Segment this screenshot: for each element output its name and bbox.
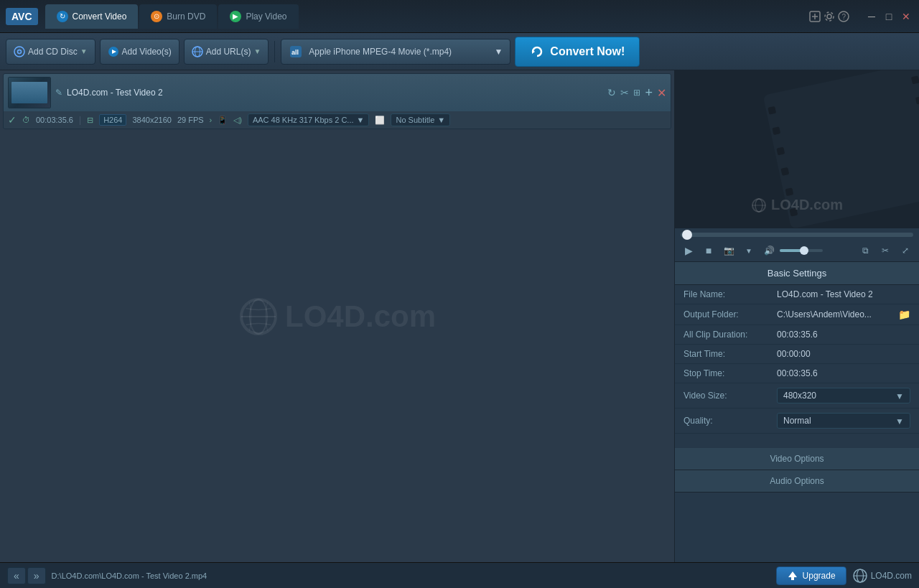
lo4d-branding: LO4D.com (852, 568, 912, 584)
check-icon[interactable]: ✓ (8, 114, 17, 126)
toolbar-separator-1 (274, 41, 275, 62)
minimize-button[interactable]: ─ (864, 9, 879, 24)
subtitle-value: No Subtitle (396, 116, 434, 124)
file-list-panel: ✎ LO4D.com - Test Video 2 ↻ ✂ ⊞ + ✕ ✓ ⏱ … (0, 70, 675, 562)
nav-buttons: « » (7, 567, 46, 584)
convert-icon (530, 45, 544, 59)
title-bar: AVC ↻ Convert Video ⊙ Burn DVD ▶ Play Vi… (0, 0, 919, 33)
settings-icon-1[interactable] (808, 10, 821, 23)
scissors-button[interactable]: ✂ (877, 243, 893, 258)
profile-selector[interactable]: all Apple iPhone MPEG-4 Movie (*.mp4) ▼ (281, 39, 510, 65)
videosize-dropdown[interactable]: 480x320 ▼ (777, 388, 910, 403)
upgrade-button[interactable]: Upgrade (776, 566, 846, 585)
add-item-button[interactable]: + (645, 85, 653, 101)
refresh-action-icon[interactable]: ↻ (607, 87, 616, 98)
quality-arrow: ▼ (895, 416, 904, 425)
preview-brand-text: LO4D.com (771, 197, 843, 213)
upgrade-icon (787, 570, 798, 582)
svg-point-18 (241, 299, 275, 334)
svg-text:?: ? (842, 13, 846, 21)
status-path: D:\LO4D.com\LO4D.com - Test Video 2.mp4 (52, 571, 770, 580)
svg-text:all: all (291, 49, 299, 56)
profile-label: Apple iPhone MPEG-4 Movie (*.mp4) (309, 47, 452, 57)
lo4d-label: LO4D.com (871, 571, 912, 581)
cut-action-icon[interactable]: ✂ (620, 87, 629, 98)
setting-row-videosize: Video Size: 480x320 ▼ (675, 383, 919, 409)
gear-icon[interactable] (823, 10, 836, 23)
file-actions: ↻ ✂ ⊞ + ✕ (607, 85, 666, 101)
right-panel: LO4D.com ▶ ■ 📷 ▼ 🔊 ⧉ ✂ ⤢ (675, 70, 919, 562)
add-cd-label: Add CD Disc (28, 47, 78, 57)
filename-value: LO4D.com - Test Video 2 (777, 289, 910, 299)
status-bar: « » D:\LO4D.com\LO4D.com - Test Video 2.… (0, 562, 919, 588)
volume-slider: 🔊 (761, 243, 823, 258)
burn-tab-icon: ⊙ (151, 11, 162, 22)
file-resolution: 3840x2160 (132, 116, 171, 124)
audio-selector[interactable]: AAC 48 KHz 317 Kbps 2 C... ▼ (248, 113, 370, 126)
seek-thumb[interactable] (682, 230, 692, 240)
camera-dropdown[interactable]: ▼ (741, 243, 757, 258)
seek-bar[interactable] (681, 233, 913, 237)
convert-now-label: Convert Now! (550, 45, 625, 58)
audio-value: AAC 48 KHz 317 Kbps 2 C... (253, 116, 354, 124)
close-button[interactable]: ✕ (899, 9, 913, 24)
url-icon (192, 46, 203, 57)
file-item-header: ✎ LO4D.com - Test Video 2 ↻ ✂ ⊞ + ✕ (4, 74, 671, 111)
nav-next-button[interactable]: » (27, 567, 46, 584)
video-options-button[interactable]: Video Options (675, 448, 919, 470)
add-url-label: Add URL(s) (206, 47, 251, 57)
play-tab-icon: ▶ (230, 11, 241, 22)
volume-icon[interactable]: 🔊 (761, 243, 777, 258)
starttime-value: 00:00:00 (777, 349, 910, 359)
edit-icon[interactable]: ✎ (55, 88, 62, 98)
tab-burn-dvd[interactable]: ⊙ Burn DVD (139, 4, 217, 29)
tab-burn-label: Burn DVD (167, 11, 205, 22)
nav-prev-button[interactable]: « (7, 567, 26, 584)
add-video-button[interactable]: Add Video(s) (100, 39, 179, 65)
stop-button[interactable]: ■ (701, 243, 717, 258)
add-url-button[interactable]: Add URL(s) ▼ (184, 39, 269, 65)
preview-logo: LO4D.com (751, 197, 843, 213)
convert-now-button[interactable]: Convert Now! (515, 37, 640, 67)
toolbar: Add CD Disc ▼ Add Video(s) Add URL(s) ▼ … (0, 33, 919, 70)
watermark: LO4D.com (238, 297, 436, 336)
audio-options-button[interactable]: Audio Options (675, 470, 919, 493)
subtitle-icon: ⬜ (375, 116, 385, 125)
play-button[interactable]: ▶ (681, 243, 696, 258)
tab-play-video[interactable]: ▶ Play Video (218, 4, 298, 29)
videosize-label: Video Size: (684, 391, 777, 401)
settings-title: Basic Settings (675, 262, 919, 285)
quality-label: Quality: (684, 416, 777, 426)
volume-thumb[interactable] (800, 246, 808, 255)
file-duration: 00:03:35.6 (36, 116, 73, 124)
svg-point-4 (825, 12, 834, 21)
copy-button[interactable]: ⧉ (857, 243, 873, 258)
video-options-label: Video Options (770, 454, 824, 464)
output-label: Output Folder: (684, 309, 777, 319)
upgrade-label: Upgrade (803, 571, 836, 581)
camera-button[interactable]: 📷 (721, 243, 737, 258)
maximize-button[interactable]: □ (882, 9, 896, 24)
add-url-arrow: ▼ (253, 47, 261, 55)
quality-dropdown[interactable]: Normal ▼ (777, 413, 910, 429)
volume-track[interactable] (780, 249, 823, 252)
subtitle-selector[interactable]: No Subtitle ▼ (391, 113, 450, 126)
stoptime-label: Stop Time: (684, 368, 777, 378)
remove-file-button[interactable]: ✕ (657, 86, 666, 100)
setting-row-stoptime: Stop Time: 00:03:35.6 (675, 364, 919, 383)
add-cd-arrow: ▼ (80, 47, 88, 55)
crop-action-icon[interactable]: ⊞ (633, 88, 640, 98)
expand-button[interactable]: ⤢ (897, 243, 913, 258)
tab-play-label: Play Video (246, 11, 286, 22)
duration-label: All Clip Duration: (684, 330, 777, 340)
convert-tab-icon: ↻ (57, 11, 68, 22)
tab-convert-video[interactable]: ↻ Convert Video (45, 4, 139, 29)
duration-value: 00:03:35.6 (777, 330, 910, 340)
add-cd-button[interactable]: Add CD Disc ▼ (6, 39, 95, 65)
profile-arrow: ▼ (494, 47, 503, 57)
browse-folder-button[interactable]: 📁 (898, 309, 910, 320)
phone-icon: 📱 (218, 116, 228, 125)
file-fps: 29 FPS (177, 116, 204, 124)
help-icon[interactable]: ? (837, 10, 850, 23)
watermark-globe (238, 297, 278, 336)
